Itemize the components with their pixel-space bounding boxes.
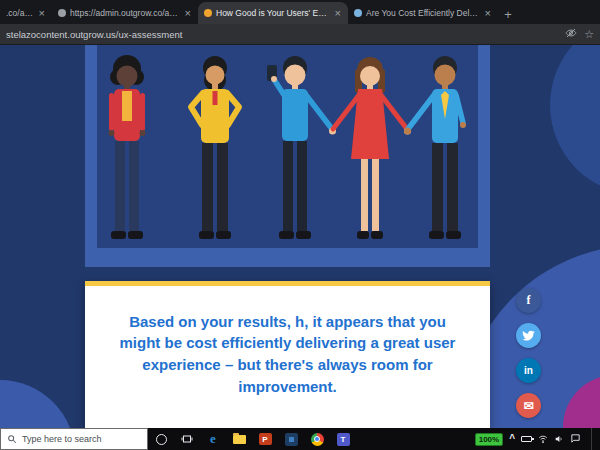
tab-favicon [204,9,212,17]
character-man-blue-shirt-phone [267,56,336,239]
tab-close-icon[interactable]: × [184,8,192,19]
result-text: Based on your results, h, it appears tha… [85,305,490,410]
character-woman-red-jacket [109,55,146,239]
character-man-yellow-jacket [191,56,239,239]
task-view-icon [181,433,193,445]
eye-off-icon[interactable] [565,25,577,43]
facebook-share-button[interactable]: f [516,288,541,313]
result-card: Based on your results, h, it appears tha… [85,281,490,428]
tab-label: .co/admin [6,8,34,18]
battery-icon[interactable] [521,436,532,442]
browser-tab-2[interactable]: https://admin.outgrow.co/admin × [52,2,198,24]
edge-icon: e [210,431,216,447]
pinned-app-file-explorer[interactable] [226,428,252,450]
linkedin-share-button[interactable]: in [516,358,541,383]
pinned-app-powerpoint[interactable]: P [252,428,278,450]
browser-toolbar: stelazocontent.outgrow.us/ux-assessment … [0,24,600,45]
cortana-button[interactable] [148,428,174,450]
facebook-icon: f [527,293,531,308]
battery-percentage-badge[interactable]: 100% [475,433,503,446]
show-desktop-button[interactable] [591,428,595,450]
illustration-banner [85,45,490,267]
tab-favicon [58,9,66,17]
pinned-app-chrome[interactable] [304,428,330,450]
tab-label: How Good is Your Users' Experie [216,8,330,18]
browser-tab-3-active[interactable]: How Good is Your Users' Experie × [198,2,348,24]
teams-icon: T [337,433,350,446]
system-tray: 100% ^ [475,428,600,450]
tab-close-icon[interactable]: × [38,8,46,19]
taskbar: Type here to search e P T 100% ^ [0,428,600,450]
search-icon [7,434,17,444]
action-center-icon[interactable] [570,430,581,448]
taskbar-search[interactable]: Type here to search [0,428,148,450]
decorative-circle [0,380,75,428]
email-icon: ✉ [523,399,533,413]
twitter-share-button[interactable] [516,323,541,348]
browser-tab-strip: .co/admin × https://admin.outgrow.co/adm… [0,0,600,24]
app-icon [285,433,298,446]
illustration-panel [97,45,478,248]
characters-illustration [97,45,478,248]
share-buttons: f in ✉ [516,288,541,418]
pinned-app-4[interactable] [278,428,304,450]
linkedin-icon: in [524,365,533,376]
tab-close-icon[interactable]: × [484,8,492,19]
tab-close-icon[interactable]: × [334,8,342,19]
screen: .co/admin × https://admin.outgrow.co/adm… [0,0,600,450]
page-viewport: Based on your results, h, it appears tha… [0,45,600,428]
search-placeholder: Type here to search [22,434,102,444]
speaker-icon[interactable] [554,430,564,448]
address-bar-url[interactable]: stelazocontent.outgrow.us/ux-assessment [6,29,565,40]
browser-tab-1[interactable]: .co/admin × [0,2,52,24]
email-share-button[interactable]: ✉ [516,393,541,418]
decorative-circle [550,45,600,195]
new-tab-button[interactable]: + [498,4,518,24]
pinned-app-edge[interactable]: e [200,428,226,450]
tab-label: https://admin.outgrow.co/admin [70,8,180,18]
twitter-bird-icon [522,329,535,342]
character-woman-red-dress [333,57,411,239]
chrome-icon [311,433,324,446]
task-view-button[interactable] [174,428,200,450]
tab-favicon [354,9,362,17]
file-explorer-icon [233,435,246,444]
bookmark-star-icon[interactable]: ☆ [584,29,594,40]
powerpoint-icon: P [259,433,272,445]
tab-label: Are You Cost Efficiently Deliverin [366,8,480,18]
tray-expand-caret-icon[interactable]: ^ [509,436,515,442]
browser-tab-4[interactable]: Are You Cost Efficiently Deliverin × [348,2,498,24]
wifi-icon[interactable] [538,430,548,448]
character-man-yellow-tie [404,56,466,239]
cortana-icon [156,434,167,445]
pinned-app-teams[interactable]: T [330,428,356,450]
